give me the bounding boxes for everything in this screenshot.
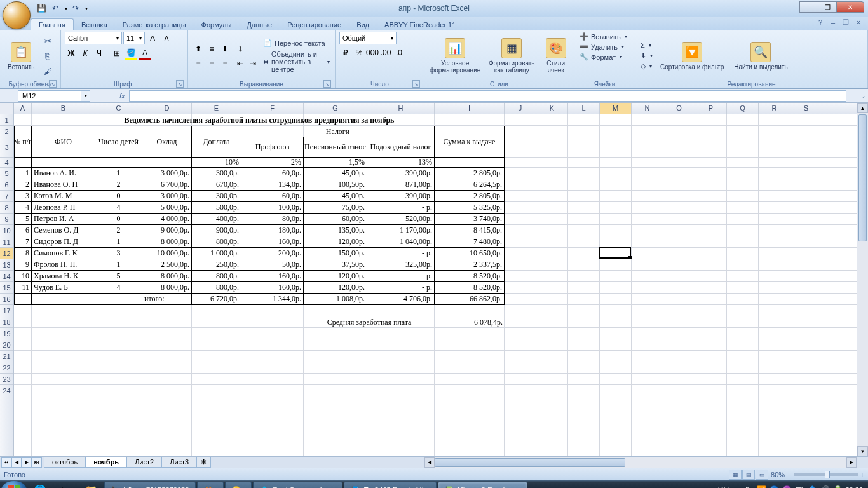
align-center[interactable]: ≡: [205, 57, 218, 70]
cell-E4[interactable]: 10%: [192, 158, 241, 168]
cell-H10[interactable]: 1 170,00р.: [367, 225, 435, 236]
help-icon[interactable]: ?: [816, 18, 825, 27]
row-header-5[interactable]: 5: [0, 168, 13, 179]
cell-C10[interactable]: 2: [95, 225, 142, 236]
cell-H6[interactable]: 871,00р.: [367, 179, 435, 191]
cell-G9[interactable]: 60,00р.: [304, 214, 367, 225]
underline-button[interactable]: Ч: [93, 47, 105, 60]
col-header-G[interactable]: G: [304, 103, 367, 114]
align-right[interactable]: ≡: [219, 57, 231, 70]
insert-cells[interactable]: ➕Вставить▾: [578, 32, 628, 41]
cell-I9[interactable]: 3 740,0р.: [435, 214, 505, 225]
col-header-F[interactable]: F: [241, 103, 304, 114]
cell-E11[interactable]: 800,0р.: [192, 236, 241, 248]
name-box-dd[interactable]: ▾: [81, 90, 90, 102]
row-header-10[interactable]: 10: [0, 225, 13, 236]
cell-F4[interactable]: 2%: [241, 158, 304, 168]
tab-nav-prev[interactable]: ◀: [11, 458, 22, 468]
col-header-J[interactable]: J: [505, 103, 536, 114]
cell-B6[interactable]: Иванова О. Н: [32, 179, 95, 191]
cell-E7[interactable]: 300,0р.: [192, 191, 241, 202]
cell-A2[interactable]: № п/п: [14, 126, 32, 158]
font-name-combo[interactable]: Calibri▾: [65, 32, 122, 44]
cell-D12[interactable]: 10 000,0р.: [142, 248, 192, 259]
col-header-R[interactable]: R: [759, 103, 790, 114]
cell-G11[interactable]: 120,00р.: [304, 236, 367, 248]
cell-H9[interactable]: 520,00р.: [367, 214, 435, 225]
cell-G3[interactable]: Пенсионный взнос: [304, 137, 367, 158]
zoom-in[interactable]: +: [860, 471, 864, 478]
format-cells[interactable]: 🔧Формат▾: [578, 52, 623, 62]
number-launcher[interactable]: ↘: [412, 80, 420, 88]
cell-D10[interactable]: 9 000,0р.: [142, 225, 192, 236]
cell-I4[interactable]: [435, 158, 505, 168]
zoom-slider[interactable]: [794, 473, 858, 476]
cell-B7[interactable]: Котов М. М: [32, 191, 95, 202]
cell-I13[interactable]: 2 337,5р.: [435, 259, 505, 271]
tray-flag[interactable]: 🏳: [743, 485, 754, 488]
cell-B5[interactable]: Иванов А. И.: [32, 168, 95, 179]
row-header-23[interactable]: 23: [0, 374, 13, 385]
cell-F8[interactable]: 100,0р.: [241, 202, 304, 214]
maximize-button[interactable]: ❐: [818, 1, 837, 13]
tab-review[interactable]: Рецензирование: [280, 19, 349, 30]
grow-font[interactable]: A: [146, 32, 159, 44]
cell-grid[interactable]: Ведомость начисления заработной платы со…: [14, 114, 857, 456]
delete-cells[interactable]: ➖Удалить▾: [578, 42, 625, 51]
align-bot[interactable]: ⬇: [219, 43, 231, 55]
orientation[interactable]: ⤵: [234, 43, 247, 55]
cell-C12[interactable]: 3: [95, 248, 142, 259]
cell-C13[interactable]: 1: [95, 259, 142, 271]
cell-I11[interactable]: 7 480,0р.: [435, 236, 505, 248]
col-header-C[interactable]: C: [95, 103, 142, 114]
taskbar-item-3[interactable]: 💠Total Commander ...: [253, 482, 342, 488]
cell-C7[interactable]: 0: [95, 191, 142, 202]
cell-C9[interactable]: 0: [95, 214, 142, 225]
cell-G4[interactable]: 1,5%: [304, 158, 367, 168]
shrink-font[interactable]: A: [160, 32, 173, 44]
dec-decimal[interactable]: .0: [393, 46, 405, 59]
cell-D4[interactable]: [142, 158, 192, 168]
cell-A5[interactable]: 1: [14, 168, 32, 179]
tab-nav-first[interactable]: ⏮: [1, 458, 11, 468]
cell-D16[interactable]: итого:: [142, 294, 192, 305]
row-header-12[interactable]: 12: [0, 248, 13, 259]
border-button[interactable]: ⊞: [111, 47, 123, 60]
cell-H8[interactable]: - р.: [367, 202, 435, 214]
cell-I16[interactable]: 66 862,0р.: [435, 294, 505, 305]
col-header-P[interactable]: P: [695, 103, 727, 114]
cell-H13[interactable]: 325,00р.: [367, 259, 435, 271]
cell-B15[interactable]: Чудов Е. Б: [32, 282, 95, 294]
cell-D5[interactable]: 3 000,0р.: [142, 168, 192, 179]
clear-btn[interactable]: ◇▾: [639, 62, 654, 71]
tray-up[interactable]: ▲: [731, 485, 741, 488]
cell-H5[interactable]: 390,00р.: [367, 168, 435, 179]
office-button[interactable]: [3, 1, 31, 29]
row-header-2[interactable]: 2: [0, 126, 13, 137]
cell-D15[interactable]: 8 000,0р.: [142, 282, 192, 294]
cell-C16[interactable]: [95, 294, 142, 305]
cell-H11[interactable]: 1 040,00р.: [367, 236, 435, 248]
row-header-20[interactable]: 20: [0, 339, 13, 351]
percent-btn[interactable]: %: [353, 46, 365, 59]
align-mid[interactable]: ≡: [205, 43, 218, 55]
view-normal[interactable]: ▦: [729, 470, 742, 480]
taskbar-item-1[interactable]: 🦊: [197, 482, 224, 488]
fbar-expand[interactable]: ⌵: [858, 93, 868, 99]
col-header-E[interactable]: E: [192, 103, 241, 114]
cell-I18[interactable]: 6 078,4р.: [435, 316, 505, 328]
inc-decimal[interactable]: .00: [379, 46, 392, 59]
cell-D11[interactable]: 8 000,0р.: [142, 236, 192, 248]
cell-B8[interactable]: Леонова Р. П: [32, 202, 95, 214]
name-box[interactable]: M12: [18, 90, 81, 102]
taskbar-item-2[interactable]: 🟡: [225, 482, 252, 488]
cell-F7[interactable]: 60,0р.: [241, 191, 304, 202]
comma-btn[interactable]: 000: [366, 46, 379, 59]
cell-G7[interactable]: 45,00р.: [304, 191, 367, 202]
cell-E5[interactable]: 300,0р.: [192, 168, 241, 179]
wrap-text[interactable]: 📄Перенос текста: [262, 38, 331, 48]
view-break[interactable]: ▭: [756, 470, 768, 480]
align-launcher[interactable]: ↘: [323, 80, 331, 88]
fill-btn[interactable]: ⬇▾: [639, 51, 654, 60]
cell-A15[interactable]: 11: [14, 282, 32, 294]
